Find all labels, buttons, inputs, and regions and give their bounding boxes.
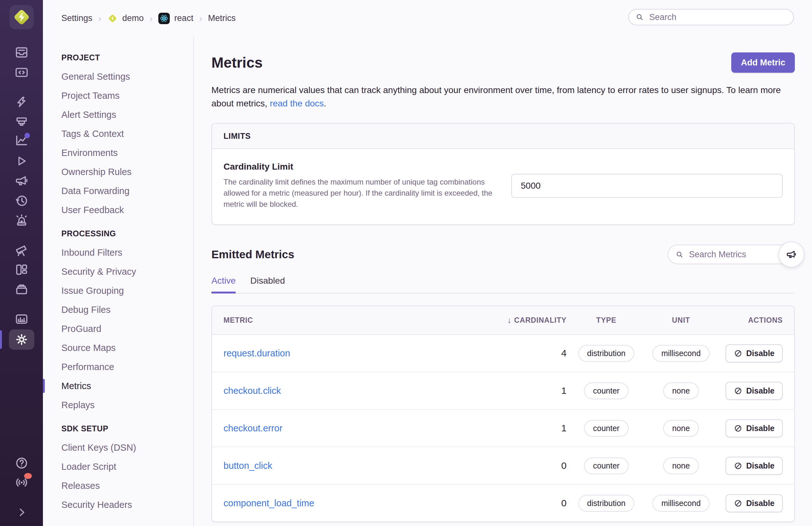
actions-cell: Disable (716, 382, 783, 400)
settings-nav-item-releases[interactable]: Releases (43, 476, 193, 495)
type-badge: counter (584, 457, 628, 474)
settings-nav-item-ownership-rules[interactable]: Ownership Rules (43, 162, 193, 181)
issues-icon[interactable] (9, 42, 34, 63)
react-icon (158, 13, 170, 24)
read-the-docs-link[interactable]: read the docs (270, 99, 324, 108)
unit-cell: none (646, 457, 716, 474)
column-header-cardinality[interactable]: ↓CARDINALITY (503, 315, 567, 325)
settings-nav-item-replays[interactable]: Replays (43, 395, 193, 415)
history-icon[interactable] (9, 191, 34, 211)
search-icon (675, 250, 684, 259)
disable-label: Disable (746, 424, 774, 433)
notification-dot (25, 133, 30, 138)
play-icon[interactable] (9, 151, 34, 171)
telescope-icon[interactable] (9, 240, 34, 261)
unit-badge: none (663, 420, 699, 437)
search-metrics-box[interactable] (668, 244, 795, 264)
disable-label: Disable (746, 461, 774, 470)
megaphone-icon[interactable] (9, 170, 34, 191)
siren-icon[interactable] (9, 210, 34, 230)
actions-cell: Disable (716, 494, 783, 512)
column-header-metric: METRIC (223, 316, 503, 325)
metric-link-checkout-click[interactable]: checkout.click (223, 386, 281, 396)
nav-section-heading-sdk-setup: SDK SETUP (43, 423, 193, 434)
disable-metric-button[interactable]: Disable (726, 382, 783, 400)
stats-icon[interactable] (9, 309, 34, 329)
settings-nav-item-security-headers[interactable]: Security Headers (43, 495, 193, 514)
metrics-table: METRIC↓CARDINALITYTYPEUNITACTIONS reques… (212, 305, 795, 522)
column-header-actions: ACTIONS (716, 316, 783, 325)
disable-slash-icon (734, 387, 742, 395)
help-icon[interactable] (9, 453, 34, 473)
type-cell: counter (567, 382, 646, 399)
settings-nav-item-source-maps[interactable]: Source Maps (43, 338, 193, 357)
metric-link-button-click[interactable]: button_click (223, 461, 272, 471)
settings-nav-item-user-feedback[interactable]: User Feedback (43, 200, 193, 220)
cardinality-value: 1 (503, 423, 567, 434)
unit-cell: none (646, 420, 716, 437)
disable-slash-icon (734, 349, 742, 358)
breadcrumb-settings[interactable]: Settings (61, 13, 92, 23)
metric-cell: checkout.click (223, 386, 503, 396)
breadcrumb-label: Settings (61, 13, 92, 23)
lightning-icon[interactable] (9, 92, 34, 112)
search-metrics-input[interactable] (688, 249, 772, 260)
settings-gear-icon[interactable] (9, 329, 34, 350)
column-header-type: TYPE (567, 316, 646, 325)
settings-nav-item-metrics[interactable]: Metrics (43, 376, 193, 395)
chevron-separator-icon: › (199, 14, 202, 23)
settings-nav-item-project-teams[interactable]: Project Teams (43, 86, 193, 105)
metric-link-checkout-error[interactable]: checkout.error (223, 423, 282, 433)
metric-link-component-load-time[interactable]: component_load_time (223, 498, 314, 508)
feedback-button[interactable] (778, 241, 804, 268)
disable-label: Disable (746, 499, 774, 508)
archive-icon[interactable] (9, 280, 34, 300)
printer-icon[interactable] (9, 111, 34, 132)
global-search[interactable] (628, 9, 794, 26)
tab-active[interactable]: Active (212, 276, 236, 294)
primary-sidebar (0, 0, 43, 526)
collapse-chevron-icon[interactable] (9, 502, 34, 523)
nav-section-heading-processing: PROCESSING (43, 228, 193, 239)
disable-metric-button[interactable]: Disable (726, 344, 783, 362)
breadcrumb-label: Metrics (208, 13, 236, 23)
settings-nav-item-data-forwarding[interactable]: Data Forwarding (43, 181, 193, 200)
settings-nav-item-inbound-filters[interactable]: Inbound Filters (43, 243, 193, 262)
settings-nav-item-loader-script[interactable]: Loader Script (43, 457, 193, 476)
breadcrumb-metrics[interactable]: Metrics (208, 13, 236, 23)
settings-nav-item-tags-context[interactable]: Tags & Context (43, 124, 193, 143)
metric-link-request-duration[interactable]: request.duration (223, 348, 290, 358)
add-metric-button[interactable]: Add Metric (731, 52, 795, 73)
settings-nav-item-security-privacy[interactable]: Security & Privacy (43, 262, 193, 281)
cardinality-limit-help: The cardinality limit defines the maximu… (223, 176, 503, 210)
breadcrumb-platform-react[interactable]: react (158, 13, 193, 24)
disable-slash-icon (734, 499, 742, 508)
disable-metric-button[interactable]: Disable (726, 494, 783, 512)
code-folder-icon[interactable] (9, 62, 34, 82)
settings-nav-item-client-keys-dsn[interactable]: Client Keys (DSN) (43, 438, 193, 457)
breadcrumb-project-demo[interactable]: demo (107, 13, 144, 24)
dashboards-icon[interactable] (9, 259, 34, 280)
broadcast-icon[interactable] (9, 472, 34, 493)
tab-disabled[interactable]: Disabled (250, 276, 285, 294)
unit-cell: none (646, 382, 716, 399)
description-text: . (324, 99, 326, 108)
type-cell: distribution (567, 345, 646, 362)
unit-cell: millisecond (646, 345, 716, 362)
disable-metric-button[interactable]: Disable (726, 419, 783, 437)
disable-metric-button[interactable]: Disable (726, 457, 783, 475)
breadcrumb: Settings › demo › react › Metrics (61, 0, 236, 36)
settings-nav-item-alert-settings[interactable]: Alert Settings (43, 105, 193, 124)
sentry-logo[interactable] (10, 5, 34, 29)
cardinality-limit-input[interactable] (511, 174, 783, 198)
insights-chart-icon[interactable] (9, 130, 34, 151)
settings-nav-item-general-settings[interactable]: General Settings (43, 67, 193, 86)
settings-nav-item-performance[interactable]: Performance (43, 357, 193, 376)
settings-nav-item-issue-grouping[interactable]: Issue Grouping (43, 281, 193, 300)
settings-nav-item-proguard[interactable]: ProGuard (43, 319, 193, 338)
settings-nav-item-debug-files[interactable]: Debug Files (43, 300, 193, 319)
settings-nav-item-environments[interactable]: Environments (43, 143, 193, 162)
actions-cell: Disable (716, 457, 783, 475)
type-cell: counter (567, 420, 646, 437)
global-search-input[interactable] (649, 12, 790, 22)
